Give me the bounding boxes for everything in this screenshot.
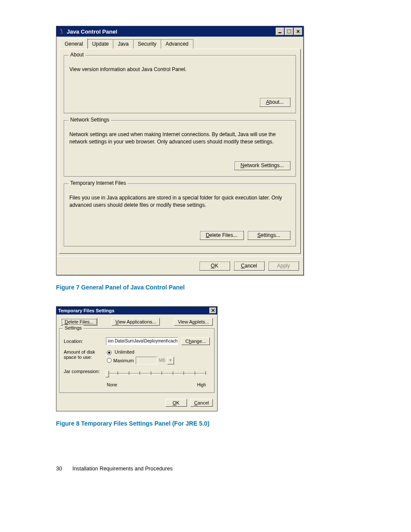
network-text: Network settings are used when making In… (69, 131, 290, 146)
about-group: About View version information about Jav… (64, 55, 296, 113)
maximize-button[interactable] (285, 28, 293, 35)
tabs: General Update Java Security Advanced (56, 37, 303, 49)
page-footer: 30 Installation Requirements and Procedu… (56, 466, 355, 472)
network-group: Network Settings Network settings are us… (64, 120, 296, 177)
settings-group: Settings Location: ion Data\Sun\Java\Dep… (59, 328, 215, 393)
tab-security[interactable]: Security (133, 39, 161, 49)
unlimited-label: Unlimited (115, 349, 134, 355)
jar-label: Jar compression: (64, 369, 107, 374)
jar-slider[interactable] (107, 370, 206, 383)
jar-row: Jar compression: None High (64, 369, 210, 387)
mb-unit-dropdown[interactable]: ▼ (167, 357, 174, 364)
page-number: 30 (56, 466, 62, 472)
slider-high-label: High (197, 383, 206, 387)
maximum-value-field[interactable] (136, 357, 157, 364)
unlimited-radio[interactable] (107, 350, 112, 355)
amount-label: Amount of diskspace to use: (64, 349, 107, 360)
apply-button[interactable]: Apply (268, 261, 299, 271)
tab-advanced[interactable]: Advanced (161, 39, 193, 49)
ok-button-2[interactable]: OK (165, 399, 187, 407)
slider-none-label: None (107, 383, 117, 387)
about-legend: About (68, 52, 85, 58)
tab-content: About View version information about Jav… (59, 49, 301, 254)
java-control-panel-window: Java Control Panel General Update Java S… (56, 26, 304, 275)
view-applets-button[interactable]: View Applets... (174, 318, 213, 326)
svg-rect-0 (278, 32, 281, 33)
cancel-button[interactable]: Cancel (234, 261, 265, 271)
page: Java Control Panel General Update Java S… (0, 0, 411, 506)
temp-legend: Temporary Internet Files (68, 180, 128, 186)
amount-row: Amount of diskspace to use: Unlimited Ma… (64, 349, 210, 364)
network-legend: Network Settings (68, 117, 111, 123)
settings-legend: Settings (63, 325, 84, 330)
view-applications-button[interactable]: View Applications... (112, 318, 160, 326)
temp-files-settings-window: Temporary Files Settings Delete Files...… (56, 306, 218, 411)
figure-7-caption: Figure 7 General Panel of Java Control P… (56, 284, 355, 291)
minimize-button[interactable] (276, 28, 284, 35)
location-field[interactable]: ion Data\Sun\Java\Deployment\cache (106, 337, 178, 345)
settings-button[interactable]: Settings... (247, 230, 290, 240)
titlebar: Java Control Panel (56, 26, 303, 37)
dialog-buttons-2: OK Cancel (56, 395, 217, 411)
about-button[interactable]: About... (259, 97, 290, 107)
window-title-2: Temporary Files Settings (58, 308, 209, 313)
delete-files-button-2[interactable]: Delete Files... (61, 318, 97, 326)
ok-button[interactable]: OK (199, 261, 230, 271)
dialog-buttons: OK Cancel Apply (56, 256, 303, 275)
jar-slider-wrap: None High (107, 369, 206, 387)
maximum-label: Maximum (113, 358, 134, 363)
delete-files-button[interactable]: Delete Files... (199, 230, 244, 240)
about-text: View version information about Java Cont… (69, 66, 290, 73)
section-title: Installation Requirements and Procedures (72, 466, 173, 472)
temp-files-group: Temporary Internet Files Files you use i… (64, 184, 296, 246)
svg-rect-1 (287, 30, 291, 33)
tab-general[interactable]: General (60, 38, 88, 49)
maximum-radio[interactable] (107, 358, 112, 363)
change-button[interactable]: Change... (181, 337, 210, 345)
slider-labels: None High (107, 383, 206, 387)
java-icon (58, 28, 65, 35)
close-button[interactable] (294, 28, 302, 35)
tab-java[interactable]: Java (113, 39, 133, 49)
network-settings-button[interactable]: Network Settings... (234, 161, 290, 170)
location-label: Location: (64, 339, 106, 344)
amount-options: Unlimited Maximum MB ▼ (107, 349, 174, 364)
location-row: Location: ion Data\Sun\Java\Deployment\c… (64, 337, 210, 345)
mb-unit: MB (159, 358, 165, 363)
tab-update[interactable]: Update (87, 39, 114, 49)
temp-text: Files you use in Java applications are s… (69, 194, 290, 209)
figure-8-caption: Figure 8 Temporary Files Settings Panel … (56, 420, 355, 427)
slider-thumb[interactable] (106, 370, 109, 377)
window-title: Java Control Panel (67, 28, 276, 35)
titlebar-2: Temporary Files Settings (56, 307, 217, 314)
close-button-2[interactable] (209, 308, 216, 314)
cancel-button-2[interactable]: Cancel (190, 399, 213, 407)
